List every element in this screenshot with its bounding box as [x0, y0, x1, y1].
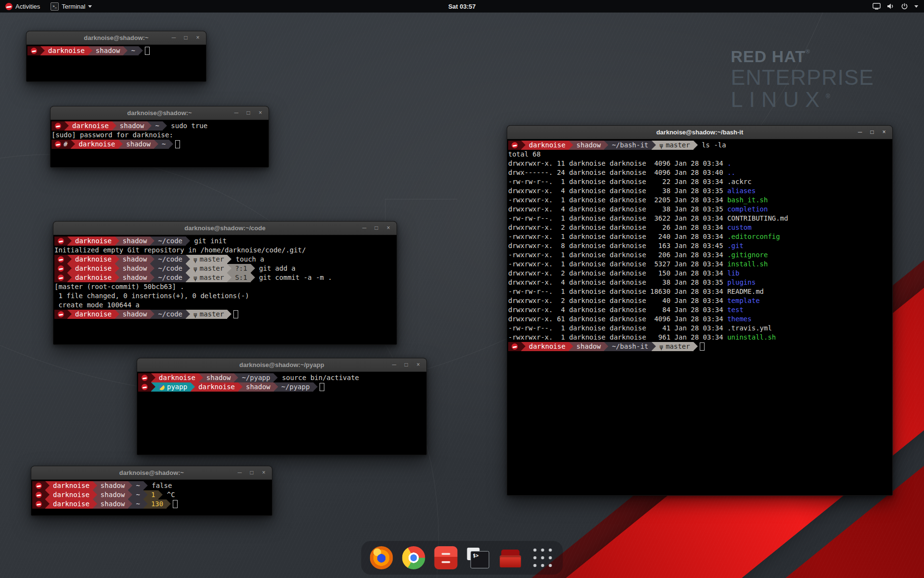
terminal-line: -rw-rw-r--. 1 darknoise darknoise 41 Jan… [508, 324, 892, 333]
terminal-text: uninstall.sh [727, 333, 776, 342]
terminal-text: create mode 100644 a [54, 301, 140, 310]
window-titlebar[interactable]: darknoise@shadow:~/code─□× [53, 222, 397, 235]
redhat-icon [55, 123, 61, 129]
close-button[interactable]: × [415, 358, 422, 371]
maximize-button[interactable]: □ [182, 31, 189, 44]
dock-item-files[interactable] [434, 545, 459, 570]
terminal-text: false [148, 481, 172, 490]
terminal-window-pyapp[interactable]: darknoise@shadow:~/pyapp─□×darknoiseshad… [137, 358, 427, 455]
terminal-text: -rwxrwxr-x. 1 darknoise darknoise 206 Ja… [508, 250, 727, 260]
dock-item-app-grid[interactable] [530, 545, 555, 570]
minimize-button[interactable]: ─ [361, 222, 368, 235]
dock-item-firefox[interactable] [369, 545, 394, 570]
dock-item-chrome[interactable] [401, 545, 426, 570]
maximize-button[interactable]: □ [869, 126, 875, 139]
powerline-separator [112, 121, 116, 131]
window-titlebar[interactable]: darknoise@shadow:~/bash-it─□× [507, 126, 892, 139]
window-titlebar[interactable]: darknoise@shadow:~─□× [51, 106, 269, 120]
terminal-text: -rwxrwxr-x. 1 darknoise darknoise 2205 J… [508, 196, 727, 205]
window-title: darknoise@shadow:~/pyapp [137, 361, 426, 368]
powerline-separator [67, 273, 72, 282]
powerline-separator [186, 310, 190, 319]
powerline-separator [67, 310, 72, 319]
maximize-button[interactable]: □ [248, 466, 255, 479]
display-icon[interactable] [873, 3, 881, 10]
powerline-separator [604, 141, 608, 150]
power-icon[interactable] [901, 3, 908, 10]
window-titlebar[interactable]: darknoise@shadow:~/pyapp─□× [137, 358, 426, 372]
redhat-icon [55, 141, 61, 147]
powerline-separator [313, 382, 318, 392]
terminal-line: -rwxrwxr-x. 1 darknoise darknoise 961 Ja… [508, 333, 892, 342]
minimize-button[interactable]: ─ [233, 106, 240, 119]
close-button[interactable]: × [385, 222, 392, 235]
redhat-icon [58, 275, 64, 281]
clock[interactable]: Sat 03:57 [448, 3, 475, 10]
terminal-window-home-2[interactable]: darknoise@shadow:~─□×darknoiseshadow~ fa… [31, 466, 272, 516]
desktop[interactable]: RED HAT® ENTERPRISE LINUX® darknoise@sha… [0, 0, 924, 578]
powerline-separator [139, 46, 143, 55]
dock-item-terminal[interactable] [466, 545, 491, 570]
prompt-segment: shadow [116, 121, 148, 131]
dock-item-toolbox[interactable] [498, 545, 523, 570]
window-titlebar[interactable]: darknoise@shadow:~─□× [26, 31, 206, 45]
maximize-button[interactable]: □ [403, 358, 410, 371]
window-titlebar[interactable]: darknoise@shadow:~─□× [31, 466, 272, 480]
close-button[interactable]: × [260, 466, 267, 479]
terminal-line: pyappdarknoiseshadow~/pyapp [138, 382, 426, 392]
terminal-content[interactable]: darknoiseshadow~ falsedarknoiseshadow~1 … [31, 480, 272, 515]
window-controls: ─□× [391, 358, 426, 371]
prompt-segment: shadow [92, 46, 124, 55]
app-menu[interactable]: Terminal [45, 0, 97, 13]
prompt-segment: shadow [119, 273, 151, 282]
window-controls: ─□× [170, 31, 206, 44]
prompt-segment: darknoise [72, 255, 115, 264]
close-button[interactable]: × [257, 106, 264, 119]
powerline-separator [118, 140, 123, 149]
powerline-separator [238, 382, 243, 392]
terminal-text: -rw-rw-r--. 1 darknoise darknoise 22 Jan… [508, 177, 752, 186]
redhat-icon [36, 501, 42, 507]
terminal-text: lib [727, 269, 739, 278]
terminal-cursor [320, 383, 324, 391]
terminal-content[interactable]: darknoiseshadow~/code git initInitialize… [53, 235, 397, 344]
terminal-content[interactable]: darknoiseshadow~/pyapp source bin/activa… [137, 372, 426, 455]
files-icon [435, 546, 458, 569]
volume-icon[interactable] [887, 3, 895, 10]
terminal-line: drwxrwxr-x. 61 darknoise darknoise 4096 … [508, 315, 892, 324]
terminal-text: install.sh [727, 260, 768, 269]
terminal-line: #darknoiseshadow~ [51, 140, 269, 149]
terminal-line: [sudo] password for darknoise: [51, 131, 269, 140]
terminal-window-home-1[interactable]: darknoise@shadow:~─□×darknoiseshadow~ [26, 31, 206, 82]
minimize-button[interactable]: ─ [391, 358, 398, 371]
close-button[interactable]: × [881, 126, 887, 139]
prompt-segment: darknoise [75, 140, 118, 149]
terminal-content[interactable]: darknoiseshadow~ sudo true[sudo] passwor… [51, 120, 269, 167]
terminal-content[interactable]: darknoiseshadow~ [26, 45, 206, 81]
powerline-separator [167, 499, 171, 509]
terminal-text: drwxrwxr-x. 4 darknoise darknoise 84 Jan… [508, 305, 727, 315]
terminal-window-code[interactable]: darknoise@shadow:~/code─□×darknoiseshado… [53, 221, 397, 345]
terminal-text: -rw-rw-r--. 1 darknoise darknoise 18630 … [508, 287, 764, 296]
activities-button[interactable]: Activities [0, 0, 45, 13]
prompt-segment: ~/code [154, 264, 186, 273]
powerline-separator [71, 140, 75, 149]
close-button[interactable]: × [194, 31, 201, 44]
prompt-segment: darknoise [72, 310, 115, 319]
terminal-line: drwxrwxr-x. 2 darknoise darknoise 150 Ja… [508, 269, 892, 278]
firefox-icon [370, 546, 393, 569]
terminal-content[interactable]: darknoiseshadow~/bash-itψmaster ls -lato… [507, 139, 892, 495]
powerline-separator [123, 46, 128, 55]
prompt-segment: ~/pyapp [278, 382, 313, 392]
minimize-button[interactable]: ─ [857, 126, 863, 139]
minimize-button[interactable]: ─ [170, 31, 177, 44]
minimize-button[interactable]: ─ [236, 466, 243, 479]
system-tray[interactable] [867, 0, 924, 13]
prompt-segment: shadow [119, 264, 151, 273]
maximize-button[interactable]: □ [373, 222, 380, 235]
maximize-button[interactable]: □ [245, 106, 252, 119]
terminal-window-bash-it[interactable]: darknoise@shadow:~/bash-it─□×darknoisesh… [507, 125, 893, 496]
powerline-separator [45, 499, 50, 509]
terminal-text: -rwxrwxr-x. 1 darknoise darknoise 5327 J… [508, 260, 727, 269]
terminal-window-sudo[interactable]: darknoise@shadow:~─□×darknoiseshadow~ su… [50, 106, 269, 168]
